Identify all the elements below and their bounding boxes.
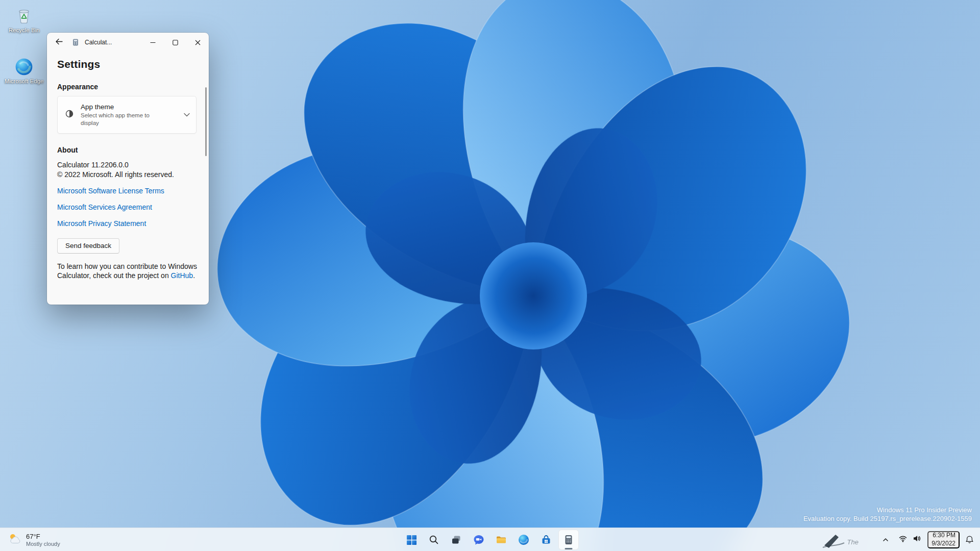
- volume-icon: [913, 535, 921, 544]
- minimize-button[interactable]: [141, 33, 164, 52]
- appearance-heading: Appearance: [57, 83, 197, 91]
- maximize-button[interactable]: [164, 33, 186, 52]
- network-icon: [899, 535, 907, 544]
- link-services-agreement[interactable]: Microsoft Services Agreement: [57, 203, 197, 211]
- desktop-icon-microsoft-edge[interactable]: Microsoft Edge: [4, 57, 44, 85]
- github-link[interactable]: GitHub: [171, 271, 193, 280]
- watermark-line1: Windows 11 Pro Insider Preview: [803, 506, 972, 515]
- about-version: Calculator 11.2206.0.0: [57, 161, 197, 169]
- start-icon: [406, 535, 417, 545]
- tray-time: 6:30 PM: [933, 532, 955, 540]
- taskbar: 67°F Mostly cloudy: [0, 528, 980, 551]
- hidden-icons-button[interactable]: [879, 531, 892, 548]
- back-button[interactable]: [51, 35, 66, 50]
- close-button[interactable]: [186, 33, 209, 52]
- weather-temperature: 67°F: [26, 533, 60, 540]
- pen-doodle: The: [822, 531, 859, 549]
- back-arrow-icon: [55, 38, 63, 46]
- desktop-icon-label: Microsoft Edge: [4, 78, 44, 85]
- calculator-taskbar-button[interactable]: [558, 530, 579, 550]
- about-heading: About: [57, 146, 197, 154]
- search-button[interactable]: [424, 530, 444, 550]
- task-view-button[interactable]: [446, 530, 467, 550]
- weather-widget[interactable]: 67°F Mostly cloudy: [3, 530, 65, 549]
- app-theme-text: App theme Select which app theme to disp…: [81, 103, 158, 127]
- system-tray: 6:30 PM 9/3/2022: [879, 530, 977, 549]
- doodle-annotation: The: [847, 538, 859, 546]
- window-titlebar: Calculat...: [47, 33, 209, 52]
- send-feedback-button[interactable]: Send feedback: [57, 238, 119, 254]
- window-scrollbar[interactable]: [205, 87, 207, 156]
- tray-date: 9/3/2022: [932, 540, 955, 548]
- minimize-icon: [150, 40, 156, 45]
- file-explorer-button[interactable]: [491, 530, 511, 550]
- weather-icon: [8, 533, 22, 547]
- app-theme-card[interactable]: App theme Select which app theme to disp…: [57, 96, 197, 134]
- chevron-down-icon: [184, 113, 190, 117]
- chevron-up-icon: [883, 537, 889, 542]
- clock-calendar-button[interactable]: 6:30 PM 9/3/2022: [927, 531, 960, 548]
- contribute-suffix: .: [193, 271, 195, 280]
- edge-button[interactable]: [513, 530, 534, 550]
- taskbar-center-icons: [400, 530, 580, 550]
- close-icon: [195, 40, 201, 45]
- pen-doodle-icon: [822, 531, 845, 549]
- notification-bell-button[interactable]: [962, 531, 977, 548]
- window-title: Calculat...: [85, 39, 112, 46]
- chat-icon: [473, 534, 484, 545]
- evaluation-watermark: Windows 11 Pro Insider Preview Evaluatio…: [803, 506, 972, 523]
- store-icon: [541, 534, 552, 545]
- start-button[interactable]: [401, 530, 422, 550]
- chat-button[interactable]: [469, 530, 489, 550]
- search-icon: [429, 535, 439, 545]
- page-title: Settings: [57, 58, 197, 70]
- quick-settings-button[interactable]: [894, 531, 925, 548]
- bell-icon: [965, 535, 974, 544]
- file-explorer-icon: [496, 534, 507, 545]
- about-copyright: © 2022 Microsoft. All rights reserved.: [57, 170, 197, 179]
- settings-content: Settings Appearance App theme Select whi…: [47, 52, 209, 305]
- caption-buttons: [141, 33, 209, 52]
- edge-taskbar-icon: [518, 534, 529, 545]
- weather-condition: Mostly cloudy: [26, 541, 60, 547]
- watermark-line2: Evaluation copy. Build 25197.rs_prerelea…: [803, 514, 972, 523]
- active-app-indicator: [565, 548, 573, 549]
- maximize-icon: [173, 40, 178, 45]
- calculator-taskbar-icon: [563, 534, 574, 545]
- desktop-icon-recycle-bin[interactable]: Recycle Bin: [4, 6, 44, 34]
- store-button[interactable]: [536, 530, 556, 550]
- app-theme-title: App theme: [81, 103, 158, 111]
- app-theme-subtitle: Select which app theme to display: [81, 112, 158, 127]
- link-privacy-statement[interactable]: Microsoft Privacy Statement: [57, 219, 197, 228]
- edge-icon: [4, 57, 44, 77]
- theme-icon: [65, 109, 74, 120]
- calculator-settings-window: Calculat... Settings Appearance: [47, 33, 209, 305]
- task-view-icon: [451, 535, 461, 545]
- weather-text: 67°F Mostly cloudy: [26, 533, 60, 547]
- desktop-icon-label: Recycle Bin: [4, 27, 44, 34]
- recycle-bin-icon: [4, 6, 44, 26]
- link-software-license-terms[interactable]: Microsoft Software License Terms: [57, 187, 197, 195]
- contribute-text: To learn how you can contribute to Windo…: [57, 262, 208, 280]
- calculator-app-icon: [71, 38, 80, 46]
